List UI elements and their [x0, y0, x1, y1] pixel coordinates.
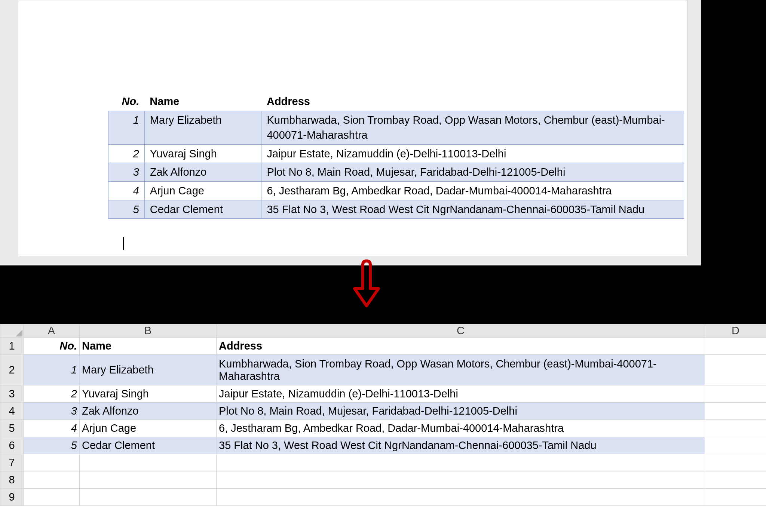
word-cell-name[interactable]: Cedar Clement	[144, 200, 261, 219]
cell-a5[interactable]: 4	[24, 420, 80, 437]
cell-d7[interactable]	[705, 454, 766, 471]
word-cell-no[interactable]: 3	[108, 163, 145, 182]
cell-a1[interactable]: No.	[24, 338, 80, 355]
cell-d1[interactable]	[705, 338, 766, 355]
cell-d4[interactable]	[705, 403, 766, 420]
excel-grid-panel: A B C D 1 No. Name Address 2 1 Mary Eliz…	[0, 324, 766, 532]
word-cell-name[interactable]: Mary Elizabeth	[144, 111, 261, 144]
cell-c3[interactable]: Jaipur Estate, Nizamuddin (e)-Delhi-1100…	[217, 385, 705, 403]
cell-d5[interactable]	[705, 420, 766, 437]
cell-b8[interactable]	[80, 471, 217, 489]
cell-c5[interactable]: 6, Jestharam Bg, Ambedkar Road, Dadar-Mu…	[217, 420, 705, 437]
cell-d6[interactable]	[705, 437, 766, 454]
column-header-b[interactable]: B	[80, 324, 217, 338]
cell-b4[interactable]: Zak Alfonzo	[80, 403, 217, 420]
row-header-7[interactable]: 7	[0, 454, 24, 471]
cell-b5[interactable]: Arjun Cage	[80, 420, 217, 437]
word-cell-no[interactable]: 1	[108, 111, 145, 144]
select-all-triangle-icon	[16, 330, 22, 336]
column-header-d[interactable]: D	[705, 324, 766, 338]
row-header-2[interactable]: 2	[0, 355, 24, 385]
word-cell-name[interactable]: Arjun Cage	[144, 181, 261, 200]
word-cell-address[interactable]: 35 Flat No 3, West Road West Cit NgrNand…	[261, 200, 684, 219]
cell-a2[interactable]: 1	[24, 355, 80, 385]
row-header-6[interactable]: 6	[0, 437, 24, 454]
cell-c4[interactable]: Plot No 8, Main Road, Mujesar, Faridabad…	[217, 403, 705, 420]
column-header-a[interactable]: A	[24, 324, 80, 338]
row-header-8[interactable]: 8	[0, 471, 24, 489]
word-cell-no[interactable]: 5	[108, 200, 145, 219]
cell-c1[interactable]: Address	[217, 338, 705, 355]
cell-a3[interactable]: 2	[24, 385, 80, 403]
cell-a6[interactable]: 5	[24, 437, 80, 454]
down-arrow-icon	[352, 259, 382, 308]
word-cell-no[interactable]: 2	[108, 144, 145, 163]
cell-c7[interactable]	[217, 454, 705, 471]
cell-b2[interactable]: Mary Elizabeth	[80, 355, 217, 385]
word-header-address: Address	[261, 92, 684, 111]
cell-b9[interactable]	[80, 489, 217, 506]
word-header-name: Name	[144, 92, 261, 111]
word-cell-name[interactable]: Yuvaraj Singh	[144, 144, 261, 163]
cell-b7[interactable]	[80, 454, 217, 471]
row-header-3[interactable]: 3	[0, 385, 24, 403]
cell-b1[interactable]: Name	[80, 338, 217, 355]
word-cell-address[interactable]: Jaipur Estate, Nizamuddin (e)-Delhi-1100…	[261, 144, 684, 163]
spreadsheet-grid: A B C D 1 No. Name Address 2 1 Mary Eliz…	[0, 324, 766, 506]
cell-c6[interactable]: 35 Flat No 3, West Road West Cit NgrNand…	[217, 437, 705, 454]
cell-c2[interactable]: Kumbharwada, Sion Trombay Road, Opp Wasa…	[217, 355, 705, 385]
word-cell-address[interactable]: Kumbharwada, Sion Trombay Road, Opp Wasa…	[261, 111, 684, 144]
word-cell-no[interactable]: 4	[108, 181, 145, 200]
document-page: No. Name Address 1 Mary Elizabeth Kumbha…	[18, 0, 687, 256]
word-document-panel: No. Name Address 1 Mary Elizabeth Kumbha…	[0, 0, 702, 265]
word-cell-name[interactable]: Zak Alfonzo	[144, 163, 261, 182]
word-cell-address[interactable]: Plot No 8, Main Road, Mujesar, Faridabad…	[261, 163, 684, 182]
cell-a4[interactable]: 3	[24, 403, 80, 420]
row-header-9[interactable]: 9	[0, 489, 24, 506]
cell-b3[interactable]: Yuvaraj Singh	[80, 385, 217, 403]
cell-d2[interactable]	[705, 355, 766, 385]
row-header-5[interactable]: 5	[0, 420, 24, 437]
column-header-c[interactable]: C	[217, 324, 705, 338]
cell-c8[interactable]	[217, 471, 705, 489]
cell-d9[interactable]	[705, 489, 766, 506]
word-table: No. Name Address 1 Mary Elizabeth Kumbha…	[108, 92, 684, 219]
text-cursor-icon	[123, 237, 124, 250]
cell-a7[interactable]	[24, 454, 80, 471]
cell-b6[interactable]: Cedar Clement	[80, 437, 217, 454]
word-header-no: No.	[108, 92, 145, 111]
row-header-1[interactable]: 1	[0, 338, 24, 355]
select-all-corner[interactable]	[0, 324, 24, 338]
cell-a9[interactable]	[24, 489, 80, 506]
cell-a8[interactable]	[24, 471, 80, 489]
row-header-4[interactable]: 4	[0, 403, 24, 420]
cell-d8[interactable]	[705, 471, 766, 489]
word-cell-address[interactable]: 6, Jestharam Bg, Ambedkar Road, Dadar-Mu…	[261, 181, 684, 200]
cell-d3[interactable]	[705, 385, 766, 403]
cell-c9[interactable]	[217, 489, 705, 506]
